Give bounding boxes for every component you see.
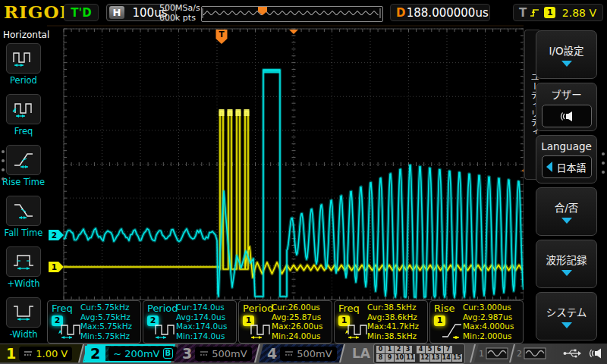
waveform-memory-preview[interactable] [201, 6, 383, 22]
freq-measure-icon [57, 321, 83, 340]
bandwidth-limit-badge: B [163, 348, 174, 359]
usb-icon [563, 348, 581, 359]
channel2-status[interactable]: 2 ~ 200mV B [83, 344, 175, 362]
delay-value: 188.000000us [405, 6, 489, 20]
menu-item-language[interactable]: Language 日本語 [536, 135, 597, 184]
sidebar-item-fall-time[interactable]: Fall Time [0, 196, 47, 238]
dc-coupling-icon [24, 350, 33, 356]
freq-icon [11, 99, 36, 119]
measurement-box-period-ch2[interactable]: Period 2 Cur:174.0us Avg:174.0us Max:174… [143, 300, 237, 344]
sidebar-item-nwidth[interactable]: -Width [0, 297, 47, 340]
trigger-position-marker[interactable] [216, 30, 228, 44]
logic-analyzer-status[interactable]: LA 0123 4567 891011 12131415 [344, 344, 476, 362]
channel4-status[interactable]: 4 500mV [259, 344, 345, 362]
chevron-down-icon [561, 322, 572, 328]
chevron-down-icon [561, 218, 572, 224]
menu-item-record[interactable]: 波形記録 [536, 240, 597, 288]
menu-item-io-settings[interactable]: I/O設定 [536, 30, 597, 79]
utility-menu: ユーティリティ I/O設定 ブザー Language 日本語 合/否 [524, 25, 607, 347]
svg-text:T: T [219, 30, 225, 39]
measurement-box-period-ch1[interactable]: Period 1 Cur:26.00us Avg:25.87us Max:26.… [238, 300, 332, 344]
digital-channels: 0123 4567 891011 12131415 [373, 344, 465, 364]
rise-measure-icon [439, 321, 465, 340]
center-position-marker [289, 30, 298, 34]
trigger-source-badge: 1 [544, 7, 555, 18]
preview-waveform [202, 7, 381, 20]
chevron-down-icon [561, 270, 572, 276]
measure-menu-title: Horizontal [3, 30, 49, 40]
graticule-border [64, 29, 524, 300]
source2-status[interactable]: 2 [512, 344, 553, 362]
language-select[interactable]: 日本語 [542, 155, 592, 178]
waveform-display[interactable]: TT21 [47, 27, 540, 301]
delay-label: D [396, 6, 405, 20]
channel3-status[interactable]: 3 500mV [174, 344, 260, 362]
trigger-label: T [519, 6, 527, 20]
fall-time-icon [11, 201, 36, 221]
speaker-icon [560, 111, 574, 122]
sine-source-icon [486, 347, 508, 359]
trigger-chip[interactable]: T 1 2.88 V [513, 4, 603, 21]
oscilloscope-screen: RIGOL T'D H 100us 500MSa/s 600k pts D 18… [0, 0, 607, 364]
sidebar-item-pwidth[interactable]: +Width [0, 246, 47, 289]
delay-chip[interactable]: D 188.000000us [390, 4, 490, 21]
svg-text:2: 2 [52, 231, 57, 240]
measurement-box-freq-ch2[interactable]: Freq 2 Cur:5.75kHz Avg:5.75kHz Max:5.75k… [47, 300, 141, 344]
trigger-status-badge[interactable]: T'D [64, 4, 99, 21]
svg-text:1: 1 [52, 262, 57, 271]
top-status-bar: RIGOL T'D H 100us 500MSa/s 600k pts D 18… [0, 0, 607, 27]
trigger-level-value: 2.88 V [555, 7, 596, 19]
channel2-position-marker[interactable] [49, 230, 64, 240]
period-icon [11, 49, 36, 68]
menu-page-dots [602, 152, 605, 174]
buzzer-toggle[interactable] [542, 105, 592, 127]
measurement-box-freq-ch1[interactable]: Freq 1 Cur:38.5kHz Avg:38.6kHz Max:41.7k… [334, 300, 428, 344]
measure-menu: Horizontal Period Freq [0, 25, 47, 347]
rigol-logo: RIGOL [4, 2, 73, 22]
minus-width-icon [11, 303, 36, 322]
channel1-status[interactable]: 1 1.00 V [0, 344, 84, 362]
measurement-box-rise-ch1[interactable]: Rise 1 Cur:3.000us Avg:2.987us Max:4.000… [429, 300, 524, 344]
channel1-trace [64, 111, 523, 278]
sine-source-icon [524, 347, 546, 359]
sample-rate: 500MSa/s [159, 3, 200, 13]
acquisition-info: 500MSa/s 600k pts [159, 3, 200, 23]
period-measure-icon [153, 321, 178, 340]
channel1-position-marker[interactable] [49, 262, 64, 272]
memory-depth: 600k pts [159, 13, 200, 23]
chevron-down-icon [561, 61, 572, 67]
rise-time-icon [11, 150, 36, 170]
h-label: H [109, 6, 124, 19]
period-measure-icon [248, 321, 274, 340]
plus-width-icon [11, 252, 36, 271]
dc-coupling-icon [200, 350, 209, 356]
sidebar-item-freq[interactable]: Freq [0, 94, 47, 136]
sidebar-item-period[interactable]: Period [0, 43, 47, 86]
menu-page-dots [2, 150, 5, 180]
freq-measure-icon [344, 321, 370, 340]
measurement-strip: Freq 2 Cur:5.75kHz Avg:5.75kHz Max:5.75k… [47, 300, 524, 344]
menu-item-pass-fail[interactable]: 合/否 [536, 187, 597, 236]
channel-status-bar: 1 1.00 V 2 ~ 200mV B [0, 344, 607, 364]
source1-status[interactable]: 1 [474, 344, 515, 362]
beeper-icon [589, 347, 602, 359]
dc-coupling-icon [285, 350, 294, 356]
trigger-slope-icon [530, 7, 540, 18]
sidebar-item-rise-time[interactable]: Rise Time [0, 145, 47, 187]
menu-item-system[interactable]: システム [536, 292, 597, 340]
channel2-trace [64, 70, 524, 297]
menu-item-buzzer[interactable]: ブザー [536, 83, 597, 131]
chevron-left-icon [546, 162, 552, 172]
